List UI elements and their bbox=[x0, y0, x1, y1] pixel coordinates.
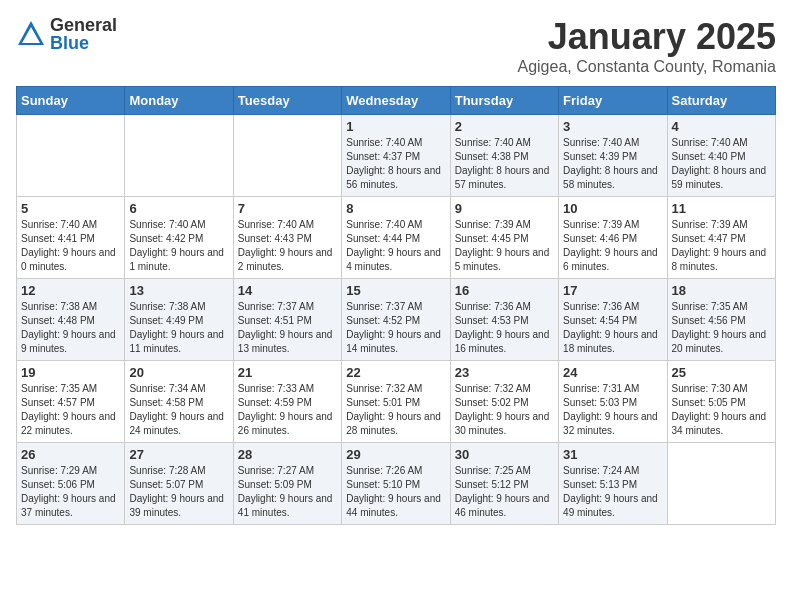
day-content: Sunrise: 7:40 AM Sunset: 4:42 PM Dayligh… bbox=[129, 218, 228, 274]
day-number: 30 bbox=[455, 447, 554, 462]
day-number: 15 bbox=[346, 283, 445, 298]
day-cell: 23Sunrise: 7:32 AM Sunset: 5:02 PM Dayli… bbox=[450, 361, 558, 443]
page-header: General Blue January 2025 Agigea, Consta… bbox=[16, 16, 776, 76]
day-number: 5 bbox=[21, 201, 120, 216]
day-content: Sunrise: 7:40 AM Sunset: 4:39 PM Dayligh… bbox=[563, 136, 662, 192]
week-row-4: 19Sunrise: 7:35 AM Sunset: 4:57 PM Dayli… bbox=[17, 361, 776, 443]
day-cell: 3Sunrise: 7:40 AM Sunset: 4:39 PM Daylig… bbox=[559, 115, 667, 197]
day-content: Sunrise: 7:38 AM Sunset: 4:49 PM Dayligh… bbox=[129, 300, 228, 356]
day-cell: 31Sunrise: 7:24 AM Sunset: 5:13 PM Dayli… bbox=[559, 443, 667, 525]
day-number: 24 bbox=[563, 365, 662, 380]
day-number: 21 bbox=[238, 365, 337, 380]
day-number: 19 bbox=[21, 365, 120, 380]
day-content: Sunrise: 7:25 AM Sunset: 5:12 PM Dayligh… bbox=[455, 464, 554, 520]
day-number: 6 bbox=[129, 201, 228, 216]
day-number: 14 bbox=[238, 283, 337, 298]
day-content: Sunrise: 7:39 AM Sunset: 4:46 PM Dayligh… bbox=[563, 218, 662, 274]
day-cell: 30Sunrise: 7:25 AM Sunset: 5:12 PM Dayli… bbox=[450, 443, 558, 525]
header-cell-saturday: Saturday bbox=[667, 87, 775, 115]
logo-general: General bbox=[50, 16, 117, 34]
logo-text: General Blue bbox=[50, 16, 117, 52]
day-cell: 18Sunrise: 7:35 AM Sunset: 4:56 PM Dayli… bbox=[667, 279, 775, 361]
day-number: 4 bbox=[672, 119, 771, 134]
day-number: 9 bbox=[455, 201, 554, 216]
day-content: Sunrise: 7:30 AM Sunset: 5:05 PM Dayligh… bbox=[672, 382, 771, 438]
header-cell-sunday: Sunday bbox=[17, 87, 125, 115]
day-cell: 2Sunrise: 7:40 AM Sunset: 4:38 PM Daylig… bbox=[450, 115, 558, 197]
header-cell-tuesday: Tuesday bbox=[233, 87, 341, 115]
day-cell: 20Sunrise: 7:34 AM Sunset: 4:58 PM Dayli… bbox=[125, 361, 233, 443]
day-cell bbox=[17, 115, 125, 197]
day-cell: 22Sunrise: 7:32 AM Sunset: 5:01 PM Dayli… bbox=[342, 361, 450, 443]
logo-icon bbox=[16, 19, 46, 49]
day-number: 31 bbox=[563, 447, 662, 462]
day-content: Sunrise: 7:40 AM Sunset: 4:41 PM Dayligh… bbox=[21, 218, 120, 274]
day-content: Sunrise: 7:32 AM Sunset: 5:02 PM Dayligh… bbox=[455, 382, 554, 438]
day-number: 13 bbox=[129, 283, 228, 298]
week-row-5: 26Sunrise: 7:29 AM Sunset: 5:06 PM Dayli… bbox=[17, 443, 776, 525]
day-number: 2 bbox=[455, 119, 554, 134]
day-cell: 29Sunrise: 7:26 AM Sunset: 5:10 PM Dayli… bbox=[342, 443, 450, 525]
day-cell: 5Sunrise: 7:40 AM Sunset: 4:41 PM Daylig… bbox=[17, 197, 125, 279]
header-cell-thursday: Thursday bbox=[450, 87, 558, 115]
day-content: Sunrise: 7:34 AM Sunset: 4:58 PM Dayligh… bbox=[129, 382, 228, 438]
location: Agigea, Constanta County, Romania bbox=[517, 58, 776, 76]
day-number: 17 bbox=[563, 283, 662, 298]
day-content: Sunrise: 7:26 AM Sunset: 5:10 PM Dayligh… bbox=[346, 464, 445, 520]
day-number: 18 bbox=[672, 283, 771, 298]
day-cell: 9Sunrise: 7:39 AM Sunset: 4:45 PM Daylig… bbox=[450, 197, 558, 279]
month-title: January 2025 bbox=[517, 16, 776, 58]
day-number: 8 bbox=[346, 201, 445, 216]
day-cell: 7Sunrise: 7:40 AM Sunset: 4:43 PM Daylig… bbox=[233, 197, 341, 279]
day-content: Sunrise: 7:39 AM Sunset: 4:45 PM Dayligh… bbox=[455, 218, 554, 274]
calendar-table: SundayMondayTuesdayWednesdayThursdayFrid… bbox=[16, 86, 776, 525]
day-cell: 12Sunrise: 7:38 AM Sunset: 4:48 PM Dayli… bbox=[17, 279, 125, 361]
day-number: 29 bbox=[346, 447, 445, 462]
day-content: Sunrise: 7:28 AM Sunset: 5:07 PM Dayligh… bbox=[129, 464, 228, 520]
header-cell-wednesday: Wednesday bbox=[342, 87, 450, 115]
day-content: Sunrise: 7:35 AM Sunset: 4:56 PM Dayligh… bbox=[672, 300, 771, 356]
day-cell: 11Sunrise: 7:39 AM Sunset: 4:47 PM Dayli… bbox=[667, 197, 775, 279]
day-content: Sunrise: 7:40 AM Sunset: 4:43 PM Dayligh… bbox=[238, 218, 337, 274]
day-content: Sunrise: 7:40 AM Sunset: 4:40 PM Dayligh… bbox=[672, 136, 771, 192]
day-content: Sunrise: 7:36 AM Sunset: 4:53 PM Dayligh… bbox=[455, 300, 554, 356]
day-number: 25 bbox=[672, 365, 771, 380]
header-cell-monday: Monday bbox=[125, 87, 233, 115]
logo: General Blue bbox=[16, 16, 117, 52]
day-cell bbox=[125, 115, 233, 197]
day-number: 16 bbox=[455, 283, 554, 298]
day-cell: 13Sunrise: 7:38 AM Sunset: 4:49 PM Dayli… bbox=[125, 279, 233, 361]
week-row-3: 12Sunrise: 7:38 AM Sunset: 4:48 PM Dayli… bbox=[17, 279, 776, 361]
day-number: 23 bbox=[455, 365, 554, 380]
day-cell bbox=[233, 115, 341, 197]
day-content: Sunrise: 7:29 AM Sunset: 5:06 PM Dayligh… bbox=[21, 464, 120, 520]
day-cell: 17Sunrise: 7:36 AM Sunset: 4:54 PM Dayli… bbox=[559, 279, 667, 361]
day-content: Sunrise: 7:40 AM Sunset: 4:44 PM Dayligh… bbox=[346, 218, 445, 274]
day-number: 1 bbox=[346, 119, 445, 134]
day-cell: 1Sunrise: 7:40 AM Sunset: 4:37 PM Daylig… bbox=[342, 115, 450, 197]
day-cell: 25Sunrise: 7:30 AM Sunset: 5:05 PM Dayli… bbox=[667, 361, 775, 443]
title-block: January 2025 Agigea, Constanta County, R… bbox=[517, 16, 776, 76]
week-row-2: 5Sunrise: 7:40 AM Sunset: 4:41 PM Daylig… bbox=[17, 197, 776, 279]
header-cell-friday: Friday bbox=[559, 87, 667, 115]
day-cell bbox=[667, 443, 775, 525]
day-number: 12 bbox=[21, 283, 120, 298]
day-number: 27 bbox=[129, 447, 228, 462]
day-number: 11 bbox=[672, 201, 771, 216]
day-content: Sunrise: 7:24 AM Sunset: 5:13 PM Dayligh… bbox=[563, 464, 662, 520]
day-cell: 6Sunrise: 7:40 AM Sunset: 4:42 PM Daylig… bbox=[125, 197, 233, 279]
week-row-1: 1Sunrise: 7:40 AM Sunset: 4:37 PM Daylig… bbox=[17, 115, 776, 197]
day-content: Sunrise: 7:33 AM Sunset: 4:59 PM Dayligh… bbox=[238, 382, 337, 438]
day-number: 10 bbox=[563, 201, 662, 216]
header-row: SundayMondayTuesdayWednesdayThursdayFrid… bbox=[17, 87, 776, 115]
day-cell: 28Sunrise: 7:27 AM Sunset: 5:09 PM Dayli… bbox=[233, 443, 341, 525]
day-content: Sunrise: 7:35 AM Sunset: 4:57 PM Dayligh… bbox=[21, 382, 120, 438]
day-number: 28 bbox=[238, 447, 337, 462]
logo-blue: Blue bbox=[50, 34, 117, 52]
day-cell: 10Sunrise: 7:39 AM Sunset: 4:46 PM Dayli… bbox=[559, 197, 667, 279]
day-number: 3 bbox=[563, 119, 662, 134]
day-cell: 14Sunrise: 7:37 AM Sunset: 4:51 PM Dayli… bbox=[233, 279, 341, 361]
day-number: 22 bbox=[346, 365, 445, 380]
day-number: 26 bbox=[21, 447, 120, 462]
day-content: Sunrise: 7:37 AM Sunset: 4:52 PM Dayligh… bbox=[346, 300, 445, 356]
